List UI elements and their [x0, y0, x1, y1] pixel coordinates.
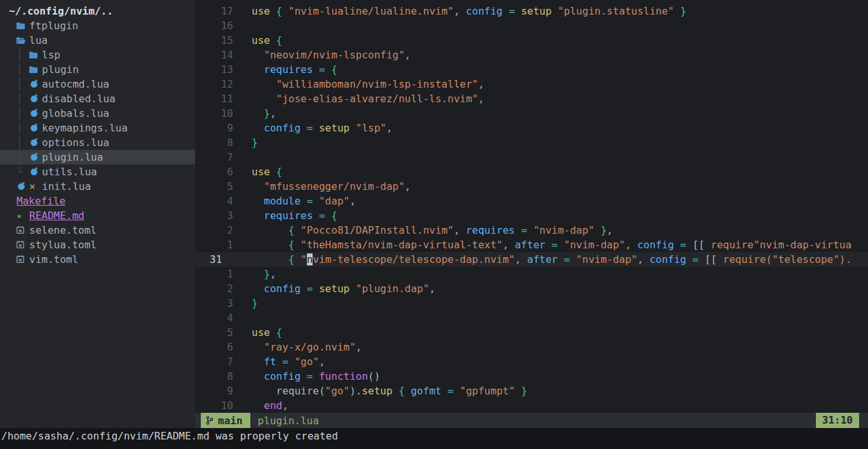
lua-file-icon	[29, 91, 42, 106]
tree-item-lsp[interactable]: │lsp	[0, 48, 195, 62]
tree-guide-line: │	[17, 62, 29, 77]
code-line[interactable]: 1 },	[195, 267, 868, 281]
tree-item-label: ftplugin	[29, 18, 78, 33]
toml-file-icon	[17, 223, 29, 238]
tree-item-plugin-lua[interactable]: │plugin.lua	[0, 150, 195, 164]
line-number: 31	[195, 252, 233, 267]
code-line[interactable]: 3}	[195, 296, 868, 311]
cursor-position: 31:10	[816, 413, 859, 428]
code-text: config = setup "lsp",	[233, 121, 868, 135]
command-message-line: /home/sasha/.config/nvim/README.md was p…	[0, 428, 868, 449]
statusline: main plugin.lua 31:10	[195, 413, 868, 428]
line-number: 4	[195, 311, 233, 325]
editor-buffer[interactable]: 17use { "nvim-lualine/lualine.nvim", con…	[195, 0, 868, 413]
code-line[interactable]: 6use {	[195, 164, 868, 179]
line-number: 10	[195, 398, 233, 413]
tree-item-label: Makefile	[17, 194, 65, 208]
code-text: "neovim/nvim-lspconfig",	[233, 48, 868, 62]
line-number: 2	[195, 223, 233, 238]
code-line[interactable]: 5 "mfussenegger/nvim-dap",	[195, 179, 868, 194]
code-text: { "Pocco81/DAPInstall.nvim", requires = …	[233, 223, 868, 238]
code-line[interactable]: 15use {	[195, 33, 868, 48]
block-cursor: n	[307, 253, 313, 265]
file-tree: ftpluginlua│lsp│plugin│autocmd.lua│disab…	[0, 18, 195, 267]
code-line[interactable]: 4 module = "dap",	[195, 194, 868, 208]
code-text: use {	[233, 33, 868, 48]
tree-item-globals-lua[interactable]: │globals.lua	[0, 106, 195, 121]
code-line[interactable]: 10 end,	[195, 398, 868, 413]
tree-guide-line: │	[17, 106, 29, 121]
line-number: 11	[195, 91, 233, 106]
tree-item-ftplugin[interactable]: ftplugin	[0, 18, 195, 33]
tree-item-stylua-toml[interactable]: stylua.toml	[0, 238, 195, 252]
tree-item-init-lua[interactable]: ×init.lua	[0, 179, 195, 194]
line-number: 1	[195, 267, 233, 281]
line-number: 13	[195, 62, 233, 77]
code-line[interactable]: 7	[195, 150, 868, 164]
line-number: 7	[195, 354, 233, 369]
code-line-current[interactable]: 31 { "nvim-telescope/telescope-dap.nvim"…	[195, 252, 868, 267]
code-text: },	[233, 267, 868, 281]
code-line[interactable]: 8}	[195, 135, 868, 150]
code-line[interactable]: 2 { "Pocco81/DAPInstall.nvim", requires …	[195, 223, 868, 238]
tree-item-options-lua[interactable]: │options.lua	[0, 135, 195, 150]
code-line[interactable]: 16	[195, 18, 868, 33]
toml-file-icon	[17, 252, 29, 267]
tree-item-disabled-lua[interactable]: │disabled.lua	[0, 91, 195, 106]
star-icon: ★	[17, 208, 29, 223]
code-text: }	[233, 135, 868, 150]
code-text: "jose-elias-alvarez/null-ls.nvim",	[233, 91, 868, 106]
code-text	[233, 150, 868, 164]
tree-item-label: autocmd.lua	[42, 77, 109, 91]
tree-item-lua[interactable]: lua	[0, 33, 195, 48]
code-line[interactable]: 14 "neovim/nvim-lspconfig",	[195, 48, 868, 62]
tree-item-autocmd-lua[interactable]: │autocmd.lua	[0, 77, 195, 91]
code-text	[233, 18, 868, 33]
tree-item-label: disabled.lua	[42, 91, 116, 106]
tree-item-label: stylua.toml	[29, 238, 97, 252]
code-line[interactable]: 9 require("go").setup { gofmt = "gpfumpt…	[195, 384, 868, 398]
tree-item-utils-lua[interactable]: └utils.lua	[0, 164, 195, 179]
line-number: 1	[195, 238, 233, 252]
code-line[interactable]: 13 requires = {	[195, 62, 868, 77]
tree-item-label: globals.lua	[42, 106, 109, 121]
tree-item-label: vim.toml	[29, 252, 78, 267]
git-branch-segment[interactable]: main	[201, 413, 250, 428]
code-line[interactable]: 11 "jose-elias-alvarez/null-ls.nvim",	[195, 91, 868, 106]
line-number: 3	[195, 296, 233, 311]
code-line[interactable]: 5use {	[195, 325, 868, 340]
code-line[interactable]: 3 requires = {	[195, 208, 868, 223]
folder-closed-icon	[29, 62, 42, 77]
lua-file-icon	[17, 179, 29, 194]
code-line[interactable]: 1 { "theHamsta/nvim-dap-virtual-text", a…	[195, 238, 868, 252]
tree-guide-line: └	[17, 164, 29, 179]
line-number: 12	[195, 77, 233, 91]
tree-item-label: keymapings.lua	[42, 121, 128, 135]
code-line[interactable]: 2 config = setup "plugin.dap",	[195, 281, 868, 296]
code-line[interactable]: 7 ft = "go",	[195, 354, 868, 369]
tree-guide-line: │	[17, 77, 29, 91]
code-text: requires = {	[233, 208, 868, 223]
tree-item-plugin[interactable]: │plugin	[0, 62, 195, 77]
code-line[interactable]: 6 "ray-x/go.nvim",	[195, 340, 868, 354]
code-text: ft = "go",	[233, 354, 868, 369]
tree-item-readme-md[interactable]: ★README.md	[0, 208, 195, 223]
code-text: },	[233, 106, 868, 121]
git-branch-icon	[206, 416, 214, 425]
code-text: use { "nvim-lualine/lualine.nvim", confi…	[233, 4, 868, 18]
code-line[interactable]: 17use { "nvim-lualine/lualine.nvim", con…	[195, 4, 868, 18]
file-tree-sidebar: ~/.config/nvim/.. ftpluginlua│lsp│plugin…	[0, 0, 195, 428]
tree-item-makefile[interactable]: Makefile	[0, 194, 195, 208]
code-line[interactable]: 4	[195, 311, 868, 325]
code-text: module = "dap",	[233, 194, 868, 208]
code-line[interactable]: 10 },	[195, 106, 868, 121]
tree-guide-line: │	[17, 48, 29, 62]
line-number: 9	[195, 121, 233, 135]
tree-item-vim-toml[interactable]: vim.toml	[0, 252, 195, 267]
tree-item-label: lsp	[42, 48, 60, 62]
tree-item-keymapings-lua[interactable]: │keymapings.lua	[0, 121, 195, 135]
code-line[interactable]: 12 "williamboman/nvim-lsp-installer",	[195, 77, 868, 91]
code-line[interactable]: 9 config = setup "lsp",	[195, 121, 868, 135]
code-line[interactable]: 8 config = function()	[195, 369, 868, 384]
tree-item-selene-toml[interactable]: selene.toml	[0, 223, 195, 238]
